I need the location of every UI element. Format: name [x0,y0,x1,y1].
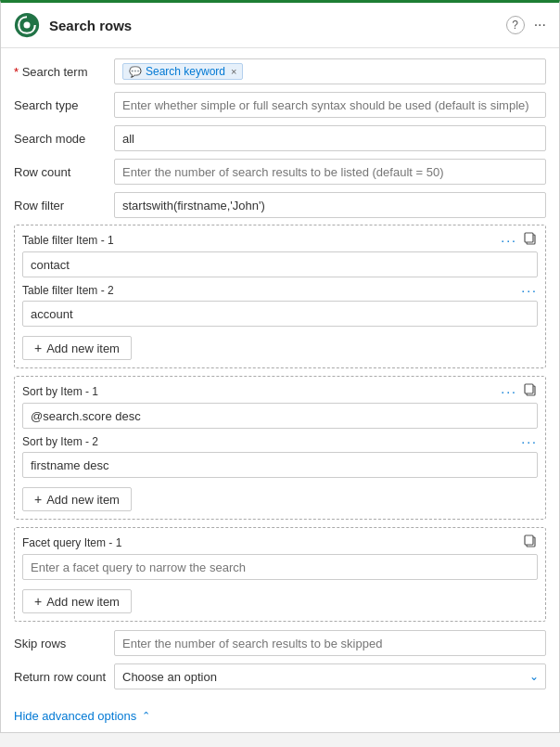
table-filter-add-label: Add new item [46,341,120,355]
table-filter-item-2: Table filter Item - 2 ··· [22,283,538,327]
search-type-label: Search type [14,98,114,112]
row-filter-label: Row filter [14,199,114,213]
header-actions: ? ··· [506,16,546,34]
hide-advanced-options[interactable]: Hide advanced options ⌃ [1,702,559,732]
table-filter-item-2-header: Table filter Item - 2 ··· [22,283,538,298]
sort-by-item-2-label: Sort by Item - 2 [22,435,98,448]
facet-query-item-1-label: Facet query Item - 1 [22,536,121,549]
row-count-input[interactable] [114,159,546,185]
return-row-count-row: Return row count Choose an option Yes No… [14,663,546,690]
sort-by-item-1-header: Sort by Item - 1 ··· [22,382,538,400]
sort-by-item-2-more-btn[interactable]: ··· [521,434,538,449]
facet-add-icon: + [34,594,42,609]
svg-rect-5 [525,384,533,393]
facet-query-section: Facet query Item - 1 + Add new item [14,527,546,622]
sort-by-item-1-more-btn[interactable]: ··· [501,384,517,399]
tag-close-btn[interactable]: × [231,66,236,77]
add-icon: + [34,341,42,355]
header-title: Search rows [49,18,506,33]
app-logo [14,12,40,38]
search-mode-label: Search mode [14,132,114,146]
return-row-count-label: Return row count [14,670,114,684]
return-row-count-select[interactable]: Choose an option Yes No [114,663,546,689]
sort-by-section: Sort by Item - 1 ··· [14,376,546,520]
sort-by-add-label: Add new item [46,493,120,507]
row-filter-input[interactable] [114,192,546,218]
table-filter-item-2-more-btn[interactable]: ··· [521,283,538,298]
sort-by-item-1: Sort by Item - 1 ··· [22,382,538,429]
facet-query-item-1-input[interactable] [22,554,538,580]
search-term-row: Search term 💬 Search keyword × [14,58,546,85]
table-filter-item-2-input[interactable] [22,301,538,327]
chevron-up-icon: ⌃ [142,710,150,722]
search-mode-row: Search mode [14,124,546,152]
table-filter-item-1: Table filter Item - 1 ··· [22,231,538,277]
facet-query-item-1-header: Facet query Item - 1 [22,534,538,551]
facet-query-item-1: Facet query Item - 1 [22,534,538,580]
row-count-row: Row count [14,158,546,186]
sort-by-item-1-label: Sort by Item - 1 [22,385,98,398]
search-type-row: Search type [14,91,546,119]
sort-by-item-1-actions: ··· [501,382,538,400]
facet-query-add-label: Add new item [46,595,120,609]
svg-point-1 [24,22,31,29]
hide-advanced-label: Hide advanced options [14,709,136,723]
form-body: Search term 💬 Search keyword × Search ty… [1,48,559,702]
header: Search rows ? ··· [1,3,559,48]
sort-by-item-1-copy-btn[interactable] [523,382,538,400]
search-keyword-tag[interactable]: 💬 Search keyword × [122,63,243,80]
tag-icon: 💬 [129,66,142,78]
table-filter-item-2-actions: ··· [521,283,538,298]
svg-rect-3 [525,233,533,242]
table-filter-item-1-input[interactable] [22,251,538,277]
more-icon[interactable]: ··· [534,17,546,33]
table-filter-item-1-actions: ··· [501,231,538,249]
table-filter-item-1-more-btn[interactable]: ··· [501,233,517,248]
row-filter-row: Row filter [14,191,546,219]
row-count-label: Row count [14,165,114,179]
table-filter-add-btn[interactable]: + Add new item [22,336,132,360]
table-filter-item-1-header: Table filter Item - 1 ··· [22,231,538,249]
sort-by-item-2-header: Sort by Item - 2 ··· [22,434,538,449]
table-filter-item-2-label: Table filter Item - 2 [22,284,114,297]
svg-rect-7 [525,535,533,545]
search-mode-input[interactable] [114,125,546,151]
sort-by-item-2-input[interactable] [22,452,538,478]
sort-by-item-2: Sort by Item - 2 ··· [22,434,538,478]
help-icon[interactable]: ? [506,16,525,34]
facet-query-item-1-actions [523,534,538,551]
skip-rows-row: Skip rows [14,629,546,657]
search-term-input[interactable]: 💬 Search keyword × [114,58,546,84]
table-filter-item-1-label: Table filter Item - 1 [22,234,114,247]
sort-by-item-1-input[interactable] [22,403,538,429]
table-filter-section: Table filter Item - 1 ··· [14,225,546,368]
search-type-input[interactable] [114,92,546,118]
skip-rows-label: Skip rows [14,637,114,650]
sort-by-add-btn[interactable]: + Add new item [22,487,132,511]
sort-by-item-2-actions: ··· [521,434,538,449]
sort-add-icon: + [34,492,42,507]
return-row-count-select-wrapper: Choose an option Yes No ⌄ [114,663,546,689]
main-card: Search rows ? ··· Search term 💬 Search k… [0,0,560,733]
table-filter-item-1-copy-btn[interactable] [523,231,538,249]
facet-query-item-1-copy-btn[interactable] [523,534,538,551]
tag-text: Search keyword [146,65,225,78]
search-term-label: Search term [14,65,114,79]
facet-query-add-btn[interactable]: + Add new item [22,589,132,613]
skip-rows-input[interactable] [114,630,546,656]
